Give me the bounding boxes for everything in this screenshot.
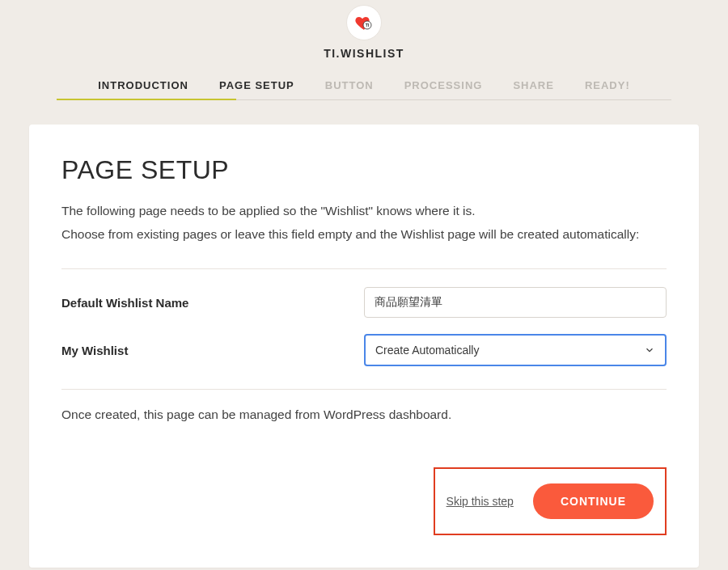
main-card: PAGE SETUP The following page needs to b… [29, 125, 699, 568]
tab-processing[interactable]: PROCESSING [404, 79, 483, 91]
my-wishlist-selected-value: Create Automatically [375, 344, 479, 357]
form-row-my-wishlist: My Wishlist Create Automatically [61, 334, 667, 366]
tab-ready[interactable]: READY! [585, 79, 630, 91]
app-title: TI.WISHLIST [324, 47, 404, 60]
wizard-tabs: INTRODUCTION PAGE SETUP BUTTON PROCESSIN… [57, 79, 671, 100]
default-wishlist-name-label: Default Wishlist Name [61, 296, 364, 310]
tab-introduction[interactable]: INTRODUCTION [98, 79, 188, 91]
desc-line-2: Choose from existing pages or leave this… [61, 223, 667, 247]
tab-share[interactable]: SHARE [513, 79, 554, 91]
continue-button[interactable]: CONTINUE [533, 483, 654, 519]
svg-text:TI: TI [366, 23, 370, 27]
app-logo: TI [346, 5, 382, 40]
tab-underline [57, 99, 236, 100]
divider [61, 268, 667, 269]
skip-this-step-link[interactable]: Skip this step [447, 495, 514, 508]
heart-icon: TI [354, 13, 374, 32]
tab-page-setup[interactable]: PAGE SETUP [219, 79, 294, 91]
my-wishlist-select[interactable]: Create Automatically [364, 334, 667, 366]
actions-highlight-box: Skip this step CONTINUE [434, 467, 667, 535]
tab-button[interactable]: BUTTON [325, 79, 374, 91]
page-title: PAGE SETUP [61, 155, 667, 185]
divider [61, 389, 667, 390]
default-wishlist-name-input[interactable] [364, 287, 667, 318]
form-row-default-name: Default Wishlist Name [61, 287, 667, 318]
page-description: The following page needs to be applied s… [61, 200, 667, 246]
page-note: Once created, this page can be managed f… [61, 407, 667, 422]
my-wishlist-label: My Wishlist [61, 344, 364, 357]
chevron-down-icon [644, 344, 655, 356]
desc-line-1: The following page needs to be applied s… [61, 200, 667, 223]
